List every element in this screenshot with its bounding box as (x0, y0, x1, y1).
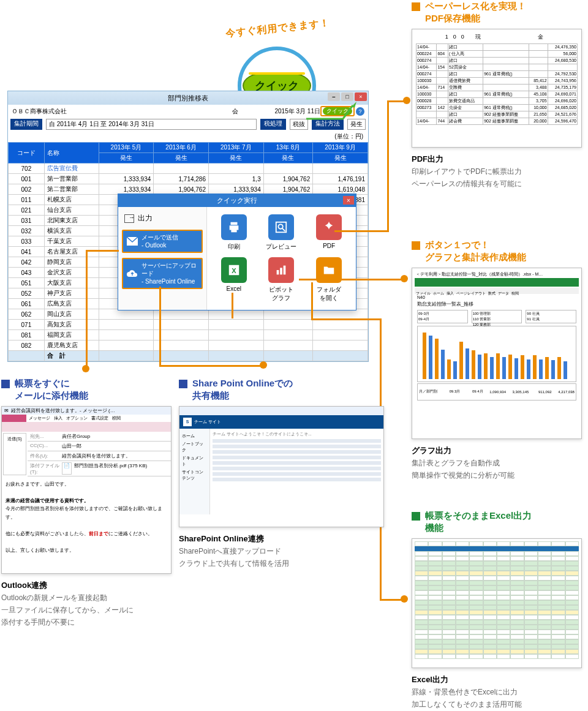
connector-line (159, 287, 161, 365)
square-bullet-icon (179, 380, 187, 388)
feature-desc: 簡単操作で視覚的に分析が可能 (412, 470, 588, 481)
mail-icon (127, 237, 138, 246)
connector-line (306, 108, 355, 122)
excel-preview-thumb (412, 538, 582, 668)
feature-title: 帳票をそのままExcel出力機能 (412, 510, 588, 535)
pdf-icon (316, 214, 342, 240)
connector-line (334, 230, 387, 232)
table-row[interactable]: 071高知支店 (9, 320, 368, 330)
feature-mail: 帳票をすぐにメールに添付機能 ✉ 経営会議資料を送付致します。- メッセージ (… (1, 377, 173, 628)
feature-desc: SharePointへ直接アップロード (179, 546, 387, 557)
print-icon (221, 214, 247, 240)
outlook-tabs: メッセージ挿入オプション書式設定校閲 (26, 415, 123, 422)
bar-chart (417, 326, 576, 382)
tile-excel[interactable]: X Excel (213, 257, 255, 303)
table-row[interactable]: 082鹿児島支店 (9, 340, 368, 351)
preview-icon (268, 214, 294, 240)
sharepoint-main: チーム サイトへようこそ！このサイトにようこそ... (210, 429, 383, 514)
pdf-preview-thumb: 100 現 金 14/04-諸口24,476,350000224604( 仕入高… (412, 29, 582, 148)
connector-line (232, 293, 233, 318)
feature-title: ボタン１つで！グラフと集計表作成機能 (412, 239, 588, 264)
feature-subtitle: Outlook連携 (1, 580, 173, 591)
app-title-bar: 部門別推移表 ‒ □ × (8, 91, 368, 105)
feature-desc: Outlookの新規メールを直接起動 (1, 592, 173, 603)
outlook-preview-thumb: ✉ 経営会議資料を送付致します。- メッセージ (… メッセージ挿入オプション書… (1, 406, 172, 574)
svg-text:X: X (232, 267, 236, 274)
square-bullet-icon (412, 2, 420, 11)
connector-line (299, 279, 404, 280)
summary-table: 月／部門別09.3月09.4月1,090,9343,305,145911,092… (417, 383, 576, 401)
send-mail-button[interactable]: メールで送信- Outlook (122, 230, 203, 253)
connector-line (311, 282, 313, 319)
tile-pivot[interactable]: ピボット グラフ (261, 257, 303, 303)
svg-rect-6 (281, 268, 283, 274)
pdf-thumb-table: 14/04-諸口24,476,350000224604( 仕入高56,00000… (416, 43, 578, 125)
feature-pdf: ペーパーレス化を実現！PDF保存機能 100 現 金 14/04-諸口24,47… (412, 0, 588, 189)
sharepoint-sidenav: ホームノートブックドキュメントサイトコンテンツ (179, 429, 210, 514)
browser-chrome (179, 407, 383, 415)
table-row[interactable]: 002第二営業部1,333,9341,904,7621,333,9341,904… (9, 184, 368, 195)
svg-point-2 (279, 224, 283, 228)
help-icon[interactable]: ? (356, 107, 364, 116)
sharepoint-header: S チーム サイト (179, 415, 383, 429)
feature-subtitle: PDF出力 (412, 154, 588, 165)
excel-ribbon (415, 278, 579, 287)
tile-print[interactable]: 印刷 (213, 214, 255, 251)
graph-preview-thumb: ＜デモ利用＞勤怠支給控除一覧_対比（残業金額-時間）.xlsx - M… ファイ… (412, 268, 582, 439)
minimize-button[interactable]: ‒ (328, 92, 340, 101)
maximize-button[interactable]: □ (341, 92, 353, 101)
feature-desc: 印刷レイアウトでPDFに帳票出力 (412, 166, 588, 177)
period-label: 集計期間 (10, 119, 42, 130)
pdf-attachment-icon: 📄 (62, 462, 72, 475)
mail-window-icon: ✉ (4, 408, 9, 413)
feature-subtitle: グラフ出力 (412, 445, 588, 456)
pivot-chart-icon (268, 257, 294, 283)
feature-sharepoint: Share Point Onlineでの共有機能 S チーム サイト ホームノー… (179, 377, 387, 569)
connector-line (86, 250, 88, 369)
connector-line (159, 365, 263, 367)
feature-title: 帳票をすぐにメールに添付機能 (1, 377, 173, 402)
feature-desc: 加工しなくてもそのまま活用可能 (412, 699, 588, 710)
dialog-close-button[interactable]: × (343, 196, 354, 205)
upload-server-button[interactable]: サーバーにアップロード- SharePoint Online (122, 258, 203, 289)
table-row[interactable]: 001第一営業部1,333,9341,714,2861,31,904,7621,… (9, 174, 368, 184)
dialog-title-bar: クイック実行 × (118, 194, 356, 207)
connector-line (311, 318, 380, 320)
period-value: 自 2011年 4月 1日 至 2014年 3月 31日 (46, 119, 257, 130)
feature-desc: 罫線・背景色付きでExcelに出力 (412, 687, 588, 698)
feature-title: Share Point Onlineでの共有機能 (179, 377, 387, 402)
send-button[interactable]: 送信(S) (3, 433, 26, 475)
square-bullet-icon (412, 241, 420, 250)
sharepoint-preview-thumb: S チーム サイト ホームノートブックドキュメントサイトコンテンツ チーム サイ… (179, 406, 384, 527)
svg-rect-7 (284, 266, 286, 275)
connector-line (86, 250, 119, 252)
promo-arc-text: 今すぐ利用できます！ (217, 16, 337, 41)
excel-icon: X (221, 257, 247, 283)
outlook-file-tab (2, 415, 26, 422)
close-button[interactable]: × (355, 92, 367, 101)
connector-dot (401, 595, 408, 603)
sheet-title: 勤怠支給控除一覧表_推移 (415, 299, 579, 309)
output-label: 出力 (138, 213, 153, 224)
svg-rect-5 (277, 270, 279, 274)
output-section-header: 出力 (122, 212, 203, 225)
connector-dot (82, 365, 89, 372)
feature-excel: 帳票をそのままExcel出力機能 Excel出力 罫線・背景色付きでExcelに… (412, 510, 588, 710)
mail-body: お疲れさまです。山田です。 来週の経営会議で使用する資料です。今月の部門別担当者… (2, 476, 171, 559)
feature-subtitle: Excel出力 (412, 674, 588, 685)
tax-value: 税抜 (290, 119, 308, 130)
excel-tabs: ファイルホーム挿入ページレイアウト数式データ校閲 (415, 288, 579, 294)
tile-preview[interactable]: プレビュー (261, 214, 303, 251)
tax-label: 税処理 (260, 119, 286, 130)
table-row[interactable]: 062岡山支店 (9, 309, 368, 320)
table-row[interactable]: 081福岡支店 (9, 330, 368, 340)
output-icon (124, 214, 134, 223)
square-bullet-icon (1, 380, 10, 388)
table-row[interactable]: 702広告宣伝費 (9, 164, 368, 174)
outlook-ribbon (2, 422, 171, 432)
feature-desc: 添付する手間が不要に (1, 617, 173, 628)
feature-desc: ペーパーレスの情報共有を可能に (412, 178, 588, 189)
feature-desc: 一旦ファイルに保存してから、メールに (1, 604, 173, 615)
tile-pdf[interactable]: PDF (308, 214, 350, 251)
feature-graph: ボタン１つで！グラフと集計表作成機能 ＜デモ利用＞勤怠支給控除一覧_対比（残業金… (412, 239, 588, 481)
